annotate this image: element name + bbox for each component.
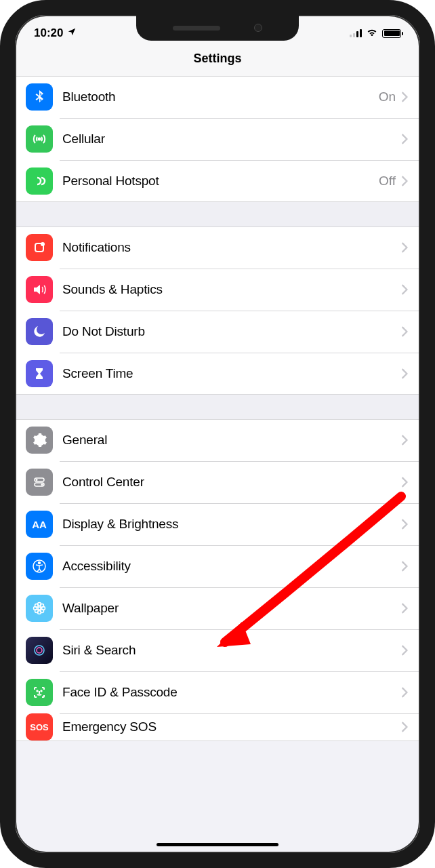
row-label: General — [62, 433, 401, 448]
svg-point-21 — [41, 690, 41, 691]
svg-point-4 — [36, 479, 38, 481]
accessibility-icon — [26, 553, 53, 580]
row-value: Off — [379, 174, 396, 189]
chevron-right-icon — [401, 722, 408, 732]
chevron-right-icon — [401, 284, 408, 295]
chevron-right-icon — [401, 519, 408, 530]
row-display[interactable]: AA Display & Brightness — [15, 503, 420, 545]
row-faceid[interactable]: Face ID & Passcode — [15, 671, 420, 713]
svg-point-14 — [35, 604, 39, 608]
svg-point-2 — [41, 242, 45, 246]
moon-icon — [26, 318, 53, 345]
chevron-right-icon — [401, 176, 408, 186]
chevron-right-icon — [401, 435, 408, 446]
svg-point-18 — [35, 646, 44, 655]
row-dnd[interactable]: Do Not Disturb — [15, 311, 420, 353]
svg-point-19 — [37, 648, 42, 653]
row-label: Face ID & Passcode — [62, 685, 401, 700]
row-label: Sounds & Haptics — [62, 282, 401, 297]
row-label: Accessibility — [62, 559, 401, 574]
chevron-right-icon — [401, 134, 408, 144]
bluetooth-icon — [26, 83, 53, 111]
gear-icon — [26, 427, 53, 454]
row-siri[interactable]: Siri & Search — [15, 629, 420, 671]
row-value: On — [379, 90, 396, 104]
home-indicator[interactable] — [157, 843, 278, 846]
row-notifications[interactable]: Notifications — [15, 226, 420, 269]
battery-icon — [382, 29, 401, 38]
row-label: Personal Hotspot — [62, 174, 379, 189]
row-hotspot[interactable]: Personal Hotspot Off — [15, 160, 420, 202]
wifi-icon — [366, 26, 378, 41]
row-label: Emergency SOS — [62, 719, 401, 734]
svg-point-0 — [39, 138, 41, 140]
row-wallpaper[interactable]: Wallpaper — [15, 587, 420, 629]
location-icon — [67, 26, 77, 40]
row-bluetooth[interactable]: Bluetooth On — [15, 76, 420, 118]
row-label: Bluetooth — [62, 90, 379, 104]
svg-point-17 — [41, 610, 44, 613]
settings-list[interactable]: Bluetooth On Cellular Personal Hotspot O… — [15, 76, 420, 741]
row-label: Notifications — [62, 240, 401, 255]
row-general[interactable]: General — [15, 419, 420, 461]
row-sos[interactable]: SOS Emergency SOS — [15, 713, 420, 741]
status-time: 10:20 — [34, 26, 63, 40]
row-label: Display & Brightness — [62, 517, 401, 532]
row-label: Do Not Disturb — [62, 324, 401, 339]
row-accessibility[interactable]: Accessibility — [15, 545, 420, 587]
hourglass-icon — [26, 360, 53, 387]
chevron-right-icon — [401, 92, 408, 102]
page-title: Settings — [15, 52, 420, 66]
flower-icon — [26, 595, 53, 622]
cellular-signal-icon — [350, 29, 362, 37]
chevron-right-icon — [401, 368, 408, 379]
bell-icon — [26, 234, 53, 261]
siri-icon — [26, 637, 53, 664]
settings-group-notifications: Notifications Sounds & Haptics Do Not Di… — [15, 226, 420, 395]
chevron-right-icon — [401, 326, 408, 337]
row-label: Wallpaper — [62, 601, 401, 616]
aa-icon: AA — [26, 511, 53, 538]
chevron-right-icon — [401, 242, 408, 253]
chevron-right-icon — [401, 603, 408, 614]
row-label: Siri & Search — [62, 643, 401, 658]
chevron-right-icon — [401, 561, 408, 572]
chevron-right-icon — [401, 645, 408, 656]
nav-header: Settings — [15, 47, 420, 76]
chevron-right-icon — [401, 477, 408, 488]
svg-point-15 — [41, 604, 44, 608]
svg-point-9 — [38, 607, 41, 610]
svg-point-8 — [39, 562, 41, 564]
settings-group-connectivity: Bluetooth On Cellular Personal Hotspot O… — [15, 76, 420, 202]
switches-icon — [26, 469, 53, 496]
svg-point-20 — [37, 690, 37, 691]
faceid-icon — [26, 679, 53, 706]
chevron-right-icon — [401, 687, 408, 698]
row-label: Cellular — [62, 132, 401, 146]
antenna-icon — [26, 125, 53, 153]
row-sounds[interactable]: Sounds & Haptics — [15, 269, 420, 311]
row-label: Screen Time — [62, 366, 401, 381]
settings-group-general: General Control Center AA Display & Brig… — [15, 419, 420, 741]
speaker-icon — [26, 276, 53, 303]
row-cellular[interactable]: Cellular — [15, 118, 420, 160]
row-controlcenter[interactable]: Control Center — [15, 461, 420, 503]
link-icon — [26, 167, 53, 195]
svg-point-6 — [41, 484, 43, 486]
svg-point-16 — [35, 610, 39, 613]
sos-icon: SOS — [26, 713, 53, 741]
row-screentime[interactable]: Screen Time — [15, 353, 420, 395]
row-label: Control Center — [62, 475, 401, 490]
